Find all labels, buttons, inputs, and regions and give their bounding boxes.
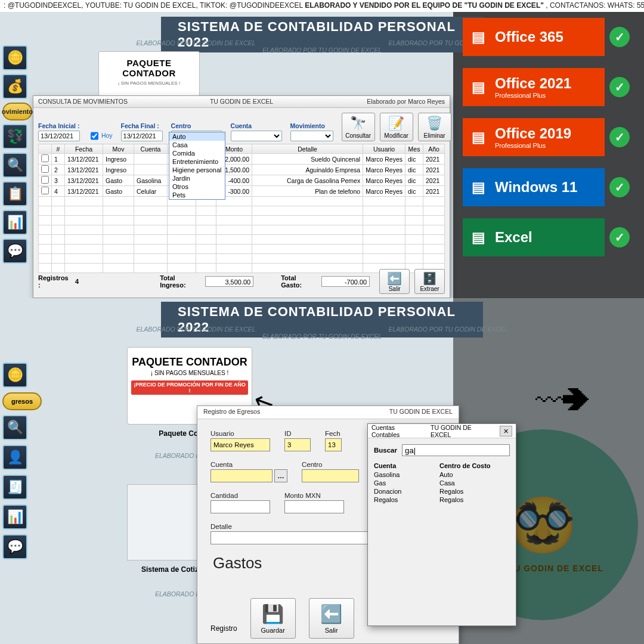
sidebar-user-icon[interactable]: 👤 bbox=[2, 445, 27, 470]
sidebar-coins-icon[interactable]: 🪙 bbox=[2, 45, 27, 70]
software-badge: ▤Office 2021Professional Plus✓ bbox=[463, 68, 630, 106]
egresos-brand: TU GODIN DE EXCEL bbox=[328, 408, 453, 417]
cuentas-search-row: Buscar bbox=[368, 438, 516, 459]
total-ingreso-value: 3,500.00 bbox=[205, 276, 253, 287]
app-icon: ▤ bbox=[467, 126, 489, 148]
back-arrow-icon: ⬅️ bbox=[320, 603, 342, 624]
movimiento-combo[interactable] bbox=[290, 131, 333, 141]
subtitle-right: ELABORADO POR TU GODIN DE EXCEL bbox=[262, 47, 382, 54]
sidebar-lower: 🪙 gresos 🔍 👤 🧾 📊 💬 bbox=[0, 358, 35, 564]
row-checkbox[interactable] bbox=[41, 176, 49, 184]
list-item[interactable]: RegalosRegalos bbox=[374, 496, 510, 504]
centro-option[interactable]: Entretenimiento bbox=[169, 157, 225, 166]
sidebar-egresos-button[interactable]: gresos bbox=[2, 392, 42, 410]
fecha-inicial-input[interactable] bbox=[38, 131, 80, 141]
watermark-bold: ELABORADO Y VENDIDO POR EL EQUIPO DE "TU… bbox=[305, 1, 544, 10]
consulta-window: CONSULTA DE MOVIMIENTOS TU GODIN DE EXCE… bbox=[33, 95, 450, 298]
table-row bbox=[39, 206, 445, 216]
centro-option[interactable]: Comida bbox=[169, 149, 225, 157]
cuenta-lookup-button[interactable]: … bbox=[274, 469, 287, 482]
row-checkbox[interactable] bbox=[41, 187, 49, 194]
modificar-button[interactable]: 📝Modificar bbox=[380, 113, 413, 141]
table-row[interactable]: 213/12/2021Ingreso1,500.00Aguinaldo Empr… bbox=[39, 165, 445, 175]
salir-button2[interactable]: ⬅️Salir bbox=[309, 598, 354, 639]
movements-table: # Fecha Mov Cuenta Centro Cant Monto Det… bbox=[38, 144, 445, 273]
sidebar-exchange-icon[interactable]: 💱 bbox=[2, 124, 27, 149]
centro-option[interactable]: Pets bbox=[169, 191, 225, 199]
action-buttons: 🔭Consultar 📝Modificar 🗑️Eliminar bbox=[342, 113, 451, 141]
sidebar-chart-icon[interactable]: 📊 bbox=[2, 504, 27, 530]
paquete2-sub: ¡ SIN PAGOS MENSUALES ! bbox=[151, 370, 228, 376]
monto-input[interactable] bbox=[284, 500, 344, 513]
hoy-checkbox-wrap[interactable]: Hoy bbox=[88, 131, 113, 141]
table-row bbox=[39, 216, 445, 225]
fecha-input[interactable] bbox=[325, 438, 342, 451]
monto-label: Monto MXN bbox=[284, 492, 344, 499]
sidebar-whatsapp-icon[interactable]: 💬 bbox=[2, 239, 27, 264]
consultar-button[interactable]: 🔭Consultar bbox=[342, 113, 375, 141]
sidebar-search-icon[interactable]: 🔍 bbox=[2, 153, 27, 178]
sidebar-coins-icon[interactable]: 🪙 bbox=[2, 363, 27, 388]
cuentas-header: Cuenta Centro de Costo bbox=[374, 462, 510, 469]
close-icon[interactable]: ✕ bbox=[500, 426, 512, 436]
list-item[interactable]: GasCasa bbox=[374, 479, 510, 487]
centro-dropdown[interactable]: Auto Casa Comida Entretenimiento Higiene… bbox=[169, 132, 225, 200]
subtitle-row-lower: ELABORADO POR TU GODIN DE EXCEL ELABORAD… bbox=[0, 326, 644, 340]
centro-label2: Centro bbox=[302, 461, 359, 468]
list-item[interactable]: GasolinaAuto bbox=[374, 470, 510, 479]
usuario-input[interactable] bbox=[210, 438, 270, 451]
sidebar-list-icon[interactable]: 🧾 bbox=[2, 475, 27, 500]
cuentas-window: Cuentas Contables TU GODIN DE EXCEL ✕ Bu… bbox=[367, 423, 516, 626]
sidebar-movimiento-button[interactable]: ovimiento bbox=[2, 103, 32, 120]
id-input[interactable] bbox=[284, 438, 311, 451]
cuenta-label2: Cuenta bbox=[210, 461, 287, 468]
cuenta-input[interactable] bbox=[210, 469, 273, 482]
subtitle-mid2: ELABORADO POR TU GODIN DE EXCEL bbox=[388, 326, 507, 333]
guardar-button[interactable]: 💾Guardar bbox=[250, 598, 296, 639]
sidebar-search-icon[interactable]: 🔍 bbox=[2, 415, 27, 440]
centro-option[interactable]: Casa bbox=[169, 141, 225, 149]
sidebar-list-icon[interactable]: 📋 bbox=[2, 181, 27, 206]
table-row[interactable]: 113/12/2021Ingreso2,000.00Sueldo Quincen… bbox=[39, 154, 445, 165]
row-checkbox[interactable] bbox=[41, 165, 49, 173]
check-icon: ✓ bbox=[609, 27, 630, 47]
cantidad-input[interactable] bbox=[210, 500, 270, 513]
egresos-titlebar: Registro de Egresos TU GODIN DE EXCEL bbox=[197, 406, 459, 419]
sidebar-money-icon[interactable]: 💰 bbox=[2, 74, 27, 99]
cuentas-list: Cuenta Centro de Costo GasolinaAutoGasCa… bbox=[368, 462, 516, 504]
top-watermark: : @TUGODINDEEXCEL, YOUTUBE: TU GODIN DE … bbox=[0, 0, 644, 12]
centro-option[interactable]: Jardin bbox=[169, 174, 225, 182]
software-badge: ▤Windows 11✓ bbox=[463, 168, 630, 206]
egresos-buttonbar: Registro 💾Guardar ⬅️Salir bbox=[210, 598, 354, 639]
table-row[interactable]: 313/12/2021GastoGasolina1-400.00Carga de… bbox=[39, 175, 445, 186]
buscar-input[interactable] bbox=[402, 444, 510, 456]
eliminar-button[interactable]: 🗑️Eliminar bbox=[418, 113, 451, 141]
table-row[interactable]: 413/12/2021GastoCelularCasa1-300.00Plan … bbox=[39, 186, 445, 197]
table-row bbox=[39, 225, 445, 235]
table-header: # Fecha Mov Cuenta Centro Cant Monto Det… bbox=[39, 144, 445, 154]
hoy-checkbox[interactable] bbox=[91, 131, 98, 141]
software-badge: ▤Excel✓ bbox=[463, 218, 630, 256]
check-icon: ✓ bbox=[609, 177, 630, 197]
salir-button[interactable]: ⬅️Salir bbox=[379, 269, 410, 294]
centro-option[interactable]: Higiene personal bbox=[169, 166, 225, 174]
list-item[interactable]: DonacionRegalos bbox=[374, 487, 510, 496]
row-checkbox[interactable] bbox=[41, 154, 49, 162]
paquete-card[interactable]: PAQUETE CONTADOR ¡ SIN PAGOS MENSUALES ! bbox=[98, 51, 200, 97]
subtitle-left2: ELABORADO POR TU GODIN DE EXCEL bbox=[136, 326, 255, 333]
paquete2-promo: ¡PRECIO DE PROMOCIÓN POR FIN DE AÑO ! bbox=[131, 380, 248, 395]
consulta-footer: Registros : 4 Total Ingreso: 3,500.00 To… bbox=[38, 269, 445, 294]
sidebar-whatsapp-icon[interactable]: 💬 bbox=[2, 534, 27, 559]
centro-input[interactable] bbox=[302, 469, 359, 482]
badge-logo: ▤Office 2019Professional Plus bbox=[463, 118, 605, 156]
centro-option[interactable]: Otros bbox=[169, 182, 225, 191]
binoculars-icon: 🔭 bbox=[350, 116, 366, 131]
centro-option[interactable]: Auto bbox=[169, 132, 225, 141]
fecha-final-input[interactable] bbox=[121, 131, 163, 141]
extraer-button[interactable]: 🗄️Extraer bbox=[414, 269, 445, 294]
cuenta-combo[interactable] bbox=[231, 131, 282, 141]
sidebar-chart-icon[interactable]: 📊 bbox=[2, 210, 27, 235]
cuentas-titlebar: Cuentas Contables TU GODIN DE EXCEL ✕ bbox=[368, 424, 516, 438]
table-row bbox=[39, 235, 445, 244]
total-gasto-value: -700.00 bbox=[321, 276, 370, 287]
